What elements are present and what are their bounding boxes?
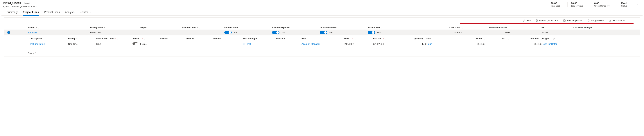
breadcrumb[interactable]: Quote · Project Quote Information ⌄ bbox=[3, 5, 40, 8]
suggestions-label: Suggestions bbox=[591, 19, 604, 22]
include-expense-toggle[interactable]: Yes bbox=[272, 31, 320, 34]
col-cost-total[interactable]: Cost Total ⌄ bbox=[416, 26, 463, 29]
col-include-expense[interactable]: Include Expense ⌄ bbox=[272, 26, 320, 29]
trash-icon bbox=[536, 19, 538, 22]
metric-value: €0.00 bbox=[551, 2, 560, 5]
detail-description-link[interactable]: TestLineDetail bbox=[30, 43, 45, 45]
col-quantity[interactable]: Quantity ⌄ bbox=[402, 37, 426, 40]
record-title: NewQuote1 bbox=[3, 1, 22, 5]
col-select[interactable]: Select ... * ⌄ bbox=[132, 37, 160, 40]
include-time-toggle[interactable]: Yes bbox=[224, 31, 272, 34]
chevron-down-icon[interactable]: ⌄ bbox=[38, 6, 40, 8]
toggle-label: Yes bbox=[329, 31, 333, 34]
svg-point-1 bbox=[588, 19, 589, 21]
tab-project-lines[interactable]: Project Lines bbox=[23, 9, 39, 15]
metric-value: 0.00 bbox=[594, 2, 610, 5]
col-tax[interactable]: Tax ⌄ bbox=[511, 26, 548, 29]
properties-label: Edit Properties bbox=[567, 19, 582, 22]
col-billing-method[interactable]: Billing Method ⌄ bbox=[90, 26, 140, 29]
tab-summary[interactable]: Summary bbox=[6, 9, 18, 15]
col-tax-inner[interactable]: Tax ⌄ bbox=[485, 37, 509, 40]
header-expand-icon[interactable]: ⌄ bbox=[635, 2, 641, 7]
detail-origin-link[interactable]: TestLineDetail bbox=[542, 43, 557, 45]
metric-total-revenue: €0.00 Total revenue bbox=[568, 2, 586, 7]
detail-billing: Non Ch... bbox=[68, 43, 96, 45]
col-product[interactable]: Product ⌄ bbox=[160, 37, 186, 40]
detail-resourcing-link[interactable]: CITTest bbox=[243, 43, 251, 45]
toggle-label: Yes bbox=[234, 31, 238, 34]
edit-properties-button[interactable]: Edit Properties bbox=[563, 19, 582, 22]
col-write-in[interactable]: Write In ... ⌄ bbox=[213, 37, 243, 40]
col-unit[interactable]: Unit ⌄ bbox=[426, 37, 452, 40]
col-extended-amount[interactable]: Extended Amount ⌄ bbox=[463, 26, 511, 29]
tab-bar: Summary Project Lines Product Lines Anal… bbox=[2, 8, 642, 16]
metric-label: Total revenue bbox=[571, 5, 583, 7]
line-detail-row[interactable]: TestLineDetail Non Ch... Time Exis... CI… bbox=[30, 41, 634, 47]
grid-toolbar: Edit Delete Quote Line Edit Properties S… bbox=[4, 18, 640, 23]
chevron-down-icon: ⌄ bbox=[89, 11, 91, 13]
project-lines-card: Edit Delete Quote Line Edit Properties S… bbox=[4, 17, 640, 57]
edit-columns-icon[interactable] bbox=[553, 37, 555, 40]
toggle-label: Yes bbox=[377, 31, 381, 34]
detail-select[interactable]: Exis... bbox=[132, 42, 160, 45]
toolbar-highlight bbox=[460, 23, 634, 24]
include-fee-toggle[interactable]: Yes bbox=[368, 31, 416, 34]
col-billing-type[interactable]: Billing T... ⌄ bbox=[68, 37, 96, 40]
line-tax: €0.00 bbox=[511, 31, 548, 34]
col-amount[interactable]: Amount ⌄ bbox=[509, 37, 542, 40]
properties-icon bbox=[563, 19, 566, 22]
metric-value: €0.00 bbox=[571, 2, 583, 5]
tab-related-label: Related bbox=[80, 11, 88, 13]
col-included-tasks[interactable]: Included Tasks ⌄ bbox=[182, 26, 224, 29]
crumb-entity: Quote bbox=[3, 5, 9, 8]
col-resourcing-unit[interactable]: Resourcing u... ⌄ bbox=[243, 37, 276, 40]
detail-role-link[interactable]: Account Manager bbox=[302, 43, 320, 45]
col-include-material[interactable]: Include Material ⌄ bbox=[320, 26, 368, 29]
line-cost-total: €263.00 bbox=[416, 31, 463, 34]
detail-unit-link[interactable]: Hour bbox=[426, 43, 432, 45]
detail-amount: €141.00 bbox=[509, 43, 542, 45]
col-start-date[interactable]: Start ... * ↑ ⌄ bbox=[344, 37, 373, 40]
metric-label: Gross Margin (%) bbox=[594, 5, 610, 7]
mail-icon bbox=[609, 19, 612, 22]
col-customer-budget[interactable]: Customer Budget ⌄ bbox=[548, 26, 596, 29]
lightbulb-icon bbox=[588, 19, 590, 22]
tab-analysis[interactable]: Analysis bbox=[65, 9, 74, 15]
row-collapse-icon[interactable]: ⌄ bbox=[12, 31, 13, 34]
col-transaction-class[interactable]: Transaction Class* ⌄ bbox=[96, 37, 132, 40]
outer-grid-header: Name* ↑ ⌄ Billing Method ⌄ Project ⌄ Inc… bbox=[4, 25, 640, 29]
inner-grid-header: Description ⌄ Billing T... ⌄ Transaction… bbox=[30, 35, 634, 41]
svg-rect-2 bbox=[609, 20, 611, 21]
page-header: NewQuote1 - Saved Quote · Project Quote … bbox=[2, 0, 642, 8]
quote-line-row[interactable]: ⌄ TestLine Fixed Price Yes Yes Yes Yes €… bbox=[4, 29, 640, 35]
crumb-separator: · bbox=[10, 5, 11, 8]
col-name[interactable]: Name* ↑ ⌄ bbox=[28, 26, 90, 29]
col-end-date[interactable]: End Da...* ⌄ bbox=[373, 37, 402, 40]
line-name-link[interactable]: TestLine bbox=[28, 31, 36, 34]
col-description[interactable]: Description ⌄ bbox=[30, 37, 68, 40]
tab-related[interactable]: Related ⌄ bbox=[80, 9, 91, 15]
email-link-button[interactable]: Email a Link bbox=[609, 19, 626, 22]
detail-transaction-class: Time bbox=[96, 43, 132, 45]
detail-price: €141.00 bbox=[452, 43, 485, 45]
pencil-icon bbox=[523, 19, 526, 22]
include-material-toggle[interactable]: Yes bbox=[320, 31, 368, 34]
col-include-fee[interactable]: Include Fee ⌄ bbox=[368, 26, 416, 29]
metric-status: Draft Status bbox=[618, 2, 630, 7]
col-price[interactable]: Price ⌄ bbox=[452, 37, 485, 40]
col-include-time[interactable]: Include Time ⌄ bbox=[224, 26, 272, 29]
col-role[interactable]: Role ⌄ bbox=[302, 37, 344, 40]
col-origin[interactable]: Origin ⌄ bbox=[542, 37, 570, 40]
edit-label: Edit bbox=[526, 19, 531, 22]
edit-button[interactable]: Edit bbox=[523, 19, 531, 22]
row-select-checkbox[interactable] bbox=[7, 31, 10, 34]
col-project[interactable]: Project ⌄ bbox=[140, 26, 182, 29]
tab-product-lines[interactable]: Product Lines bbox=[44, 9, 60, 15]
col-product-desc[interactable]: Product ... ⌄ bbox=[186, 37, 213, 40]
col-transaction-cat[interactable]: Transacti... ⌄ bbox=[276, 37, 302, 40]
suggestions-button[interactable]: Suggestions bbox=[588, 19, 604, 22]
delete-button[interactable]: Delete Quote Line bbox=[536, 19, 558, 22]
rows-count: Rows: 1 bbox=[4, 47, 640, 57]
delete-label: Delete Quote Line bbox=[539, 19, 558, 22]
more-commands-button[interactable]: ⋮ bbox=[630, 19, 634, 22]
